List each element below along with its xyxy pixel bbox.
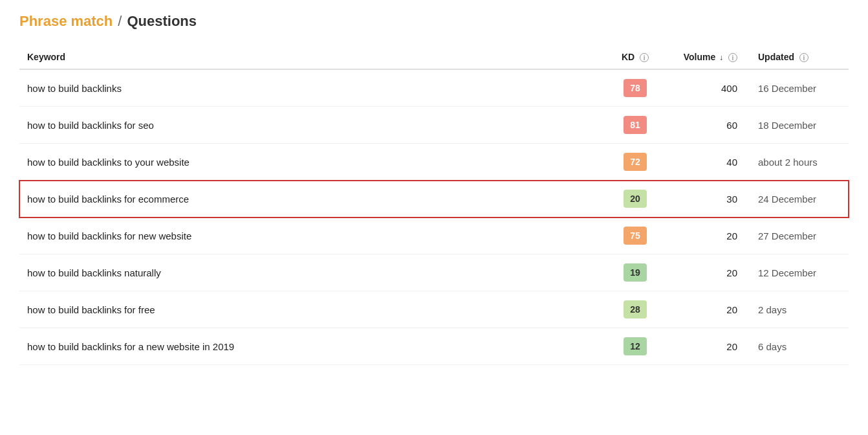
breadcrumb-current: Questions <box>127 13 197 30</box>
keyword-cell: how to build backlinks for ecommerce <box>19 181 603 218</box>
kd-badge: 81 <box>624 116 647 134</box>
updated-cell: 12 December <box>745 254 849 291</box>
table-row: how to build backlinks for a new website… <box>19 328 849 365</box>
table-row: how to build backlinks for free28202 day… <box>19 291 849 328</box>
kd-cell: 12 <box>603 328 667 365</box>
updated-cell: 6 days <box>745 328 849 365</box>
table-header-row: Keyword KD i Volume ↓ i Updated i <box>19 45 849 69</box>
kd-cell: 78 <box>603 69 667 107</box>
col-header-keyword: Keyword <box>19 45 603 69</box>
keyword-cell: how to build backlinks for free <box>19 291 603 328</box>
kd-badge: 78 <box>624 79 647 97</box>
table-row: how to build backlinks for ecommerce2030… <box>19 181 849 218</box>
keywords-table: Keyword KD i Volume ↓ i Updated i how to… <box>19 45 849 365</box>
keyword-cell: how to build backlinks for a new website… <box>19 328 603 365</box>
col-header-kd: KD i <box>603 45 667 69</box>
kd-badge: 20 <box>624 190 647 208</box>
kd-badge: 12 <box>624 337 647 355</box>
volume-cell: 20 <box>667 291 745 328</box>
volume-sort-icon: ↓ <box>719 53 723 62</box>
kd-badge: 19 <box>624 263 647 282</box>
kd-badge: 75 <box>624 227 647 245</box>
kd-cell: 81 <box>603 107 667 144</box>
kd-cell: 20 <box>603 181 667 218</box>
volume-cell: 20 <box>667 254 745 291</box>
updated-cell: 27 December <box>745 218 849 254</box>
table-row: how to build backlinks naturally192012 D… <box>19 254 849 291</box>
table-row: how to build backlinks to your website72… <box>19 144 849 181</box>
updated-cell: about 2 hours <box>745 144 849 181</box>
kd-info-icon[interactable]: i <box>640 53 649 62</box>
table-row: how to build backlinks for new website75… <box>19 218 849 254</box>
breadcrumb-separator: / <box>118 13 122 30</box>
volume-cell: 60 <box>667 107 745 144</box>
kd-cell: 28 <box>603 291 667 328</box>
table-row: how to build backlinks for seo816018 Dec… <box>19 107 849 144</box>
table-row: how to build backlinks7840016 December <box>19 69 849 107</box>
updated-cell: 2 days <box>745 291 849 328</box>
volume-cell: 400 <box>667 69 745 107</box>
updated-cell: 18 December <box>745 107 849 144</box>
keyword-cell: how to build backlinks naturally <box>19 254 603 291</box>
col-header-volume[interactable]: Volume ↓ i <box>667 45 745 69</box>
updated-info-icon[interactable]: i <box>799 53 808 62</box>
volume-cell: 20 <box>667 218 745 254</box>
breadcrumb-link[interactable]: Phrase match <box>19 13 113 30</box>
col-header-updated: Updated i <box>745 45 849 69</box>
keyword-cell: how to build backlinks <box>19 69 603 107</box>
volume-cell: 40 <box>667 144 745 181</box>
keyword-cell: how to build backlinks to your website <box>19 144 603 181</box>
kd-badge: 28 <box>624 300 647 318</box>
breadcrumb: Phrase match / Questions <box>19 13 849 30</box>
kd-cell: 72 <box>603 144 667 181</box>
kd-badge: 72 <box>624 153 647 171</box>
keyword-cell: how to build backlinks for seo <box>19 107 603 144</box>
volume-info-icon[interactable]: i <box>728 53 737 62</box>
volume-cell: 20 <box>667 328 745 365</box>
kd-cell: 19 <box>603 254 667 291</box>
kd-cell: 75 <box>603 218 667 254</box>
keyword-cell: how to build backlinks for new website <box>19 218 603 254</box>
volume-cell: 30 <box>667 181 745 218</box>
updated-cell: 16 December <box>745 69 849 107</box>
updated-cell: 24 December <box>745 181 849 218</box>
